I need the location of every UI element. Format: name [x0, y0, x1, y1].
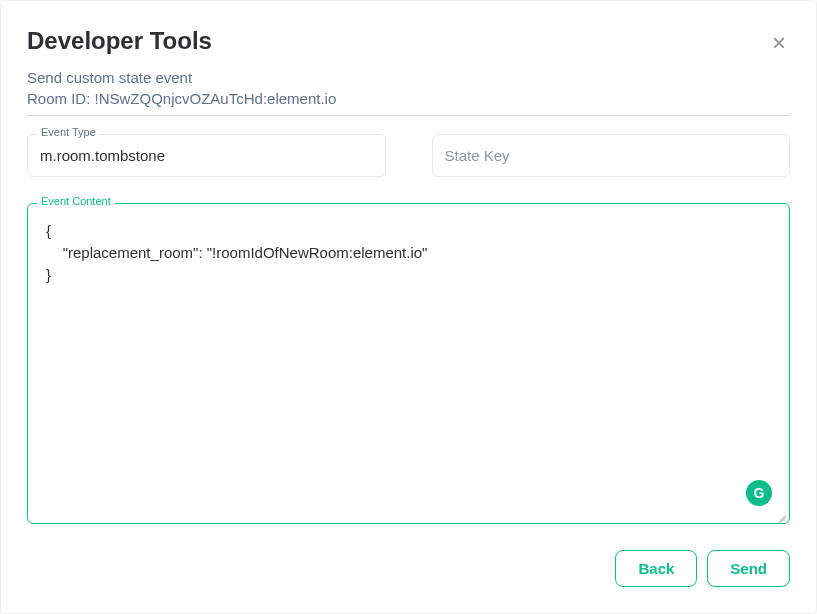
event-content-label: Event Content: [37, 195, 115, 207]
room-id-label: Room ID:: [27, 90, 95, 107]
state-key-input[interactable]: [432, 134, 791, 177]
grammarly-icon[interactable]: G: [746, 480, 772, 506]
state-key-field: [432, 134, 791, 177]
dialog-subtitle: Send custom state event Room ID: !NSwZQQ…: [27, 67, 790, 109]
event-type-input[interactable]: [27, 134, 386, 177]
event-content-field: Event Content G: [27, 203, 790, 524]
event-type-label: Event Type: [37, 126, 100, 138]
divider: [27, 115, 790, 116]
room-id-value: !NSwZQQnjcvOZAuTcHd:element.io: [95, 90, 337, 107]
back-button[interactable]: Back: [615, 550, 697, 587]
close-icon[interactable]: ×: [768, 27, 790, 59]
send-button[interactable]: Send: [707, 550, 790, 587]
event-type-field: Event Type: [27, 134, 386, 177]
dialog-header: Developer Tools ×: [27, 27, 790, 59]
subtitle-room: Room ID: !NSwZQQnjcvOZAuTcHd:element.io: [27, 88, 790, 109]
fields-row: Event Type: [27, 134, 790, 177]
event-content-textarea[interactable]: [27, 203, 790, 524]
devtools-dialog: Developer Tools × Send custom state even…: [1, 1, 816, 613]
dialog-title: Developer Tools: [27, 27, 212, 55]
dialog-footer: Back Send: [27, 550, 790, 587]
subtitle-action: Send custom state event: [27, 67, 790, 88]
